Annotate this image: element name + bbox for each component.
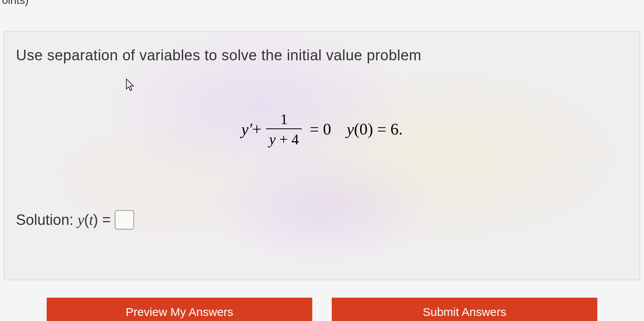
button-row: Preview My Answers Submit Answers bbox=[47, 298, 597, 321]
question-prompt: Use separation of variables to solve the… bbox=[16, 47, 628, 64]
denom-plus4: + 4 bbox=[276, 131, 299, 147]
submit-answers-button[interactable]: Submit Answers bbox=[332, 298, 597, 321]
solution-open-paren: ( bbox=[84, 212, 89, 228]
y-prime: y′ bbox=[242, 120, 252, 139]
fraction: 1 y + 4 bbox=[266, 111, 302, 148]
partial-header-text: oints) bbox=[2, 0, 28, 7]
solution-label: Solution: bbox=[16, 212, 77, 228]
numerator: 1 bbox=[277, 111, 291, 128]
initial-condition: y(0) = 6. bbox=[347, 120, 403, 139]
equals-zero: = 0 bbox=[310, 120, 331, 139]
solution-row: Solution: y(t) = bbox=[16, 210, 628, 230]
solution-close-equals: ) = bbox=[93, 212, 111, 228]
mouse-cursor-icon bbox=[125, 78, 134, 92]
denom-y: y bbox=[269, 131, 276, 147]
screen-glare-overlay bbox=[4, 32, 640, 280]
denominator: y + 4 bbox=[266, 128, 302, 148]
plus-sign: + bbox=[252, 120, 261, 139]
solution-t: t bbox=[89, 212, 93, 228]
ic-y: y bbox=[347, 120, 354, 138]
ic-value: (0) = 6. bbox=[354, 120, 402, 138]
solution-line: Solution: y(t) = bbox=[16, 211, 111, 228]
answer-input[interactable] bbox=[115, 210, 134, 230]
differential-equation: y′ + 1 y + 4 = 0 y(0) = 6. bbox=[16, 111, 628, 148]
solution-y: y bbox=[77, 212, 84, 228]
question-panel: Use separation of variables to solve the… bbox=[4, 31, 640, 280]
previous-answers-button[interactable]: Preview My Answers bbox=[47, 298, 312, 321]
ode-equation: y′ + 1 y + 4 = 0 bbox=[242, 111, 331, 148]
